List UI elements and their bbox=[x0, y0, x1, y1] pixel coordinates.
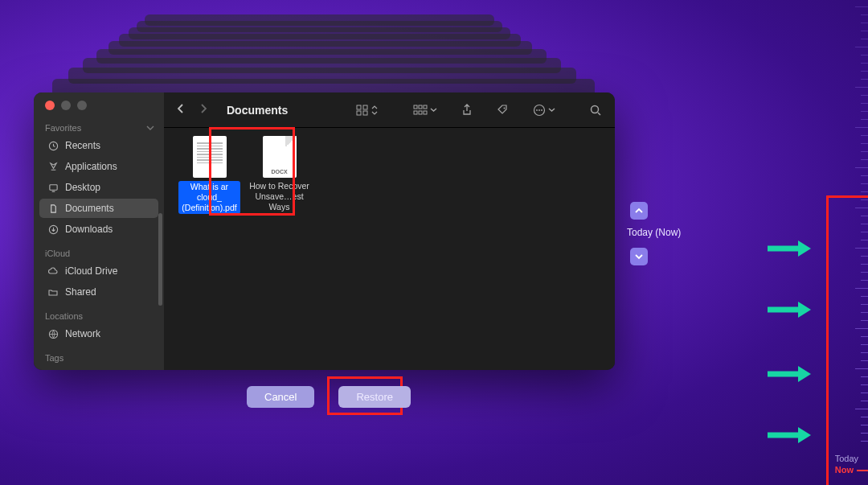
sidebar-item-label: Network bbox=[65, 328, 100, 339]
timeline-current-label: Today (Now) bbox=[627, 227, 681, 238]
cancel-button[interactable]: Cancel bbox=[247, 386, 314, 408]
svg-rect-10 bbox=[424, 105, 427, 109]
svg-rect-13 bbox=[424, 111, 427, 114]
updown-icon bbox=[371, 105, 378, 115]
cloud-icon bbox=[47, 265, 59, 277]
file-name: How to RecoverUnsave…est Ways bbox=[248, 181, 310, 212]
tags-section-label: Tags bbox=[34, 345, 164, 366]
sidebar-item-applications[interactable]: Applications bbox=[39, 157, 158, 176]
sidebar-item-label: Documents bbox=[65, 203, 114, 214]
svg-rect-9 bbox=[419, 105, 422, 109]
chevron-down-icon bbox=[548, 106, 555, 113]
sidebar-scrollbar[interactable] bbox=[158, 213, 162, 370]
finder-sidebar: Favorites Recents Applications Desktop D… bbox=[34, 92, 164, 370]
icloud-section-label: iCloud bbox=[34, 240, 164, 261]
clock-icon bbox=[47, 140, 59, 151]
forward-button[interactable] bbox=[199, 103, 207, 117]
downloads-icon bbox=[47, 224, 59, 235]
chevron-down-icon bbox=[146, 124, 154, 132]
svg-point-16 bbox=[536, 109, 538, 111]
timeline-now-label: Now bbox=[835, 465, 854, 475]
file-item[interactable]: DOCX How to RecoverUnsave…est Ways bbox=[248, 136, 310, 212]
svg-rect-8 bbox=[414, 105, 417, 109]
desktop-icon bbox=[47, 182, 59, 193]
svg-rect-12 bbox=[419, 111, 422, 114]
shared-folder-icon bbox=[47, 286, 59, 298]
fullscreen-window-button[interactable] bbox=[77, 101, 87, 110]
locations-section-label: Locations bbox=[34, 303, 164, 324]
timeline-down-button[interactable] bbox=[630, 248, 648, 265]
file-name: What is ar cloud_(Definition).pdf bbox=[178, 181, 240, 214]
window-controls bbox=[34, 101, 164, 120]
restore-button[interactable]: Restore bbox=[338, 386, 411, 408]
file-item[interactable]: What is ar cloud_(Definition).pdf bbox=[178, 136, 240, 214]
timeline-today-label: Today bbox=[835, 454, 858, 463]
finder-toolbar: Documents bbox=[164, 92, 615, 128]
share-button[interactable] bbox=[461, 104, 473, 117]
finder-content: Documents bbox=[164, 92, 615, 370]
svg-rect-11 bbox=[414, 111, 417, 114]
tags-button[interactable] bbox=[497, 104, 509, 116]
timeline-up-button[interactable] bbox=[630, 202, 648, 220]
network-icon bbox=[47, 328, 59, 339]
favorites-section-header[interactable]: Favorites bbox=[34, 120, 164, 136]
close-window-button[interactable] bbox=[45, 101, 55, 110]
more-actions-button[interactable] bbox=[533, 104, 555, 117]
applications-icon bbox=[47, 161, 59, 172]
view-icons-button[interactable] bbox=[356, 105, 378, 116]
svg-rect-1 bbox=[49, 184, 56, 190]
scrollbar-thumb[interactable] bbox=[158, 213, 162, 306]
svg-point-14 bbox=[504, 108, 506, 109]
group-by-button[interactable] bbox=[413, 105, 437, 116]
annotation-arrow bbox=[766, 425, 813, 446]
sidebar-item-documents[interactable]: Documents bbox=[39, 199, 158, 218]
svg-point-18 bbox=[541, 109, 542, 111]
svg-point-17 bbox=[538, 109, 540, 111]
sidebar-item-label: Applications bbox=[65, 161, 117, 172]
time-machine-timeline[interactable]: Today Now bbox=[847, 0, 868, 485]
svg-rect-5 bbox=[363, 105, 367, 109]
back-button[interactable] bbox=[177, 103, 185, 117]
sidebar-item-label: Desktop bbox=[65, 182, 100, 193]
annotation-arrow bbox=[766, 364, 813, 384]
file-grid: What is ar cloud_(Definition).pdf DOCX H… bbox=[164, 128, 615, 222]
time-machine-finder-window: Favorites Recents Applications Desktop D… bbox=[34, 92, 615, 370]
minimize-window-button[interactable] bbox=[61, 101, 71, 110]
action-buttons: Cancel Restore bbox=[247, 386, 411, 408]
svg-rect-6 bbox=[357, 111, 361, 115]
docx-thumbnail: DOCX bbox=[263, 136, 297, 178]
svg-rect-7 bbox=[363, 111, 367, 115]
folder-title: Documents bbox=[227, 104, 288, 117]
sidebar-item-label: Recents bbox=[65, 140, 100, 151]
sidebar-item-label: Shared bbox=[65, 286, 96, 298]
search-button[interactable] bbox=[589, 104, 602, 117]
timeline-now-marker bbox=[857, 470, 868, 471]
sidebar-item-network[interactable]: Network bbox=[39, 324, 158, 343]
sidebar-item-desktop[interactable]: Desktop bbox=[39, 178, 158, 197]
sidebar-item-label: iCloud Drive bbox=[65, 265, 117, 277]
file-type-badge: DOCX bbox=[271, 169, 287, 175]
document-icon bbox=[47, 203, 59, 214]
annotation-arrow bbox=[766, 299, 813, 320]
sidebar-item-shared[interactable]: Shared bbox=[39, 282, 158, 302]
sidebar-item-downloads[interactable]: Downloads bbox=[39, 220, 158, 239]
sidebar-tag-red[interactable]: Red bbox=[39, 366, 158, 370]
sidebar-item-icloud-drive[interactable]: iCloud Drive bbox=[39, 261, 158, 281]
sidebar-item-recents[interactable]: Recents bbox=[39, 136, 158, 155]
pdf-thumbnail bbox=[193, 136, 227, 178]
chevron-down-icon bbox=[430, 106, 437, 113]
favorites-label: Favorites bbox=[45, 123, 81, 133]
svg-point-19 bbox=[592, 105, 599, 113]
annotation-arrow bbox=[766, 238, 813, 259]
svg-rect-4 bbox=[357, 105, 361, 109]
sidebar-item-label: Downloads bbox=[65, 224, 113, 235]
